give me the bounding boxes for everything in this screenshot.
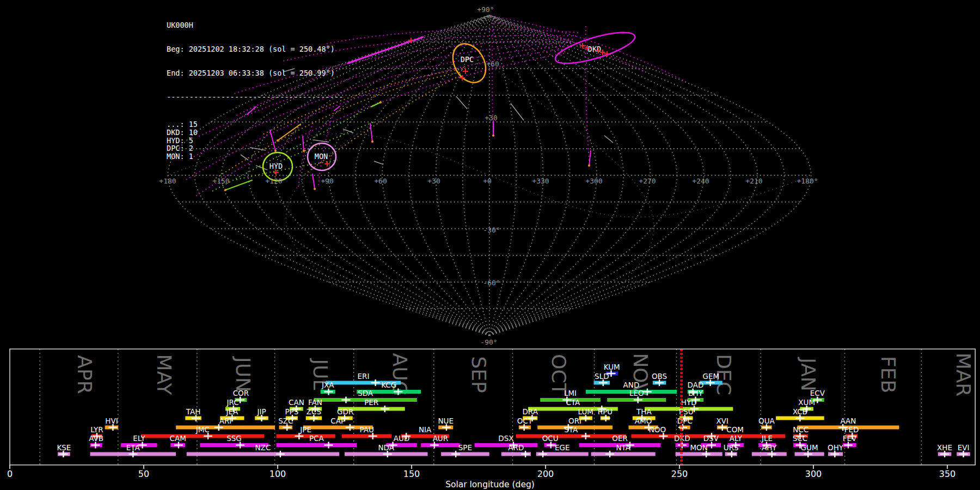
trail-endpoint <box>371 140 373 143</box>
shower-label: AUR <box>433 434 449 443</box>
trail-endpoint <box>588 164 590 167</box>
shower-label: DRA <box>522 407 538 416</box>
meteor-trail <box>370 124 372 142</box>
observation-info: UK000H Beg: 20251202 18:32:28 (sol = 250… <box>167 5 344 176</box>
shower-label: OBS <box>652 372 667 381</box>
ra-label: +120 <box>265 177 282 185</box>
radiant-label-DPC: DPC <box>461 55 474 64</box>
shower-label: CAP <box>330 416 345 425</box>
shower-label: JMC <box>195 425 210 434</box>
ra-label: +240 <box>692 177 709 185</box>
shower-label: LEO <box>629 389 644 397</box>
ra-label: +180° <box>797 177 818 185</box>
shower-label: ARD <box>508 443 524 452</box>
shower-label: ERI <box>357 372 369 381</box>
shower-label: JLE <box>761 434 773 443</box>
shower-label: NCC <box>793 425 808 434</box>
shower-label: SDA <box>358 389 373 397</box>
shower-label: OHY <box>828 443 844 452</box>
shower-label: XCB <box>793 407 807 416</box>
ra-label: +0 <box>483 177 492 185</box>
shower-label: ETA <box>126 443 140 452</box>
shower-label: DSV <box>703 434 719 443</box>
shower-label: OCU <box>542 434 559 443</box>
shower-label: AHY <box>762 443 777 452</box>
month-label: AUG <box>389 353 411 396</box>
month-label: APR <box>74 355 96 394</box>
shower-label: FED <box>844 425 859 434</box>
dec-label: +30 <box>485 114 497 122</box>
shower-label: ORI <box>568 416 581 425</box>
x-tick-label: 50 <box>138 469 149 479</box>
shower-label: GDR <box>337 407 353 416</box>
month-label: MAY <box>153 354 175 396</box>
shower-label: AMO <box>635 416 652 425</box>
sporadic-trail <box>511 103 524 120</box>
ra-label: +30 <box>427 177 440 185</box>
radiant-map-screen: DPCDKDHYDMON+180+150+120+90+60+30+0+330+… <box>0 0 980 490</box>
shower-label: AUD <box>394 434 410 443</box>
dec-label: -60° <box>483 279 500 287</box>
sporadic-trail <box>604 136 613 143</box>
shower-label: PPS <box>285 407 298 416</box>
month-label: FEB <box>877 356 899 393</box>
shower-label: RPU <box>598 407 612 416</box>
separator: --------------------------------------- <box>167 93 344 101</box>
shower-label: AAN <box>840 416 856 425</box>
shower-label: ARI <box>219 416 232 425</box>
shower-label: EHY <box>688 389 703 397</box>
meteor-trail <box>371 102 381 107</box>
shower-label: QUA <box>758 416 775 425</box>
radiant-label-DKD: DKD <box>588 45 601 53</box>
shower-label: KUM <box>604 363 620 371</box>
begin-line: Beg: 20251202 18:32:28 (sol = 250.48°) <box>167 45 344 53</box>
shower-label: ZCS <box>307 407 321 416</box>
shower-label: XHE <box>937 443 952 452</box>
shower-label: JIP <box>256 407 266 416</box>
sporadic-trail <box>374 161 383 164</box>
shower-label: ALY <box>730 434 743 443</box>
shower-label: LYR <box>90 425 103 434</box>
shower-label: TAH <box>186 407 201 416</box>
trail-endpoint <box>314 188 316 190</box>
shower-label: PAU <box>359 425 373 434</box>
shower-label: NUE <box>438 416 454 425</box>
shower-label: JXA <box>321 381 334 389</box>
meteor-trail <box>313 174 315 189</box>
x-tick-label: 0 <box>7 469 13 479</box>
shower-label: LMI <box>564 389 577 397</box>
count-line: MON: 1 <box>167 152 344 161</box>
shower-label: CAM <box>170 434 186 443</box>
shower-label: PER <box>364 398 378 407</box>
shower-label: EVI <box>958 443 970 452</box>
shower-bar <box>591 452 656 456</box>
shower-label: SLD <box>595 372 609 381</box>
ra-label: +300 <box>585 177 602 185</box>
shower-label: AVB <box>89 434 103 443</box>
shower-label: GUM <box>801 443 818 452</box>
shower-label: SCC <box>793 434 807 443</box>
count-line: ...: 15 <box>167 120 344 128</box>
ra-label: +330 <box>532 177 549 185</box>
shower-label: COR <box>233 389 249 397</box>
dec-label: -90° <box>480 338 497 346</box>
shower-label: EGE <box>555 443 570 452</box>
shower-label: NDA <box>378 443 395 452</box>
x-tick-label: 300 <box>805 469 822 479</box>
ra-label: +90 <box>321 177 333 185</box>
dec-label: -30° <box>483 226 500 234</box>
shower-label: XUM <box>798 398 815 407</box>
x-tick-label: 150 <box>403 469 420 479</box>
shower-bar <box>187 452 339 456</box>
shower-label: ECV <box>810 389 825 397</box>
shower-label: OCT <box>517 416 533 425</box>
ra-label: +60 <box>374 177 387 185</box>
x-tick-label: 100 <box>270 469 286 479</box>
shower-label: HYD <box>681 398 697 407</box>
shower-bar <box>277 434 335 438</box>
sky-map: DPCDKDHYDMON+180+150+120+90+60+30+0+330+… <box>0 0 980 348</box>
shower-label: NZC <box>255 443 271 452</box>
ra-label: +270 <box>639 177 656 185</box>
shower-label: STA <box>564 425 578 434</box>
shower-label: NTA <box>616 443 630 452</box>
